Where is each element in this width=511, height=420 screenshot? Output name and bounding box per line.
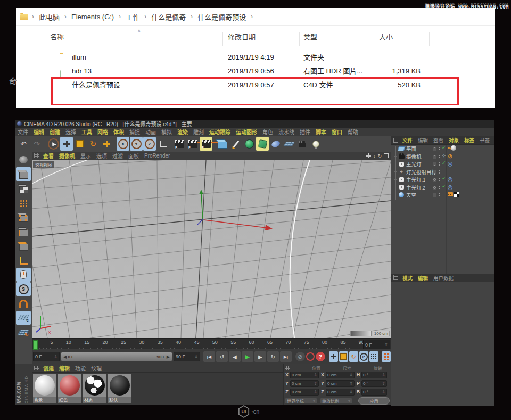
menu-item[interactable]: 捕捉 [127, 128, 143, 136]
target-tag-icon[interactable]: ◎ [448, 161, 453, 167]
menu-item[interactable]: 功能 [72, 364, 88, 372]
menu-item[interactable]: 雕刻 [191, 128, 207, 136]
menu-item[interactable]: 体积 [111, 128, 127, 136]
menu-item[interactable]: 创建 [47, 128, 63, 136]
object-row-main-light[interactable]: 主光灯 ✓ ◎ [391, 160, 494, 168]
menu-item[interactable]: 编辑 [56, 364, 72, 372]
rot-h-input[interactable]: 0 °⇕ [361, 372, 387, 378]
layer-chip[interactable] [433, 147, 436, 151]
object-row-main-light-2[interactable]: 主光灯.2 ✓ ◎ [391, 184, 494, 192]
object-row-light-target[interactable]: ⌖ 灯光投射目标 [391, 168, 494, 176]
target-tag-icon[interactable]: ◎ [448, 184, 453, 190]
panel-grid-icon[interactable] [393, 138, 398, 143]
points-mode-button[interactable] [16, 210, 31, 224]
panel-grid-icon[interactable] [34, 366, 39, 370]
file-row-illum[interactable]: illum 2019/1/19 4:19 文件夹 [16, 51, 495, 64]
layer-chip[interactable] [433, 170, 436, 174]
apply-button[interactable]: 应用 [358, 397, 390, 405]
menu-item[interactable]: 工具 [79, 128, 95, 136]
menu-item[interactable]: 模式 [400, 274, 415, 282]
panel-grid-icon[interactable] [285, 366, 290, 370]
menu-item[interactable]: 帮助 [345, 128, 361, 136]
target-tag-icon[interactable]: ◎ [448, 176, 453, 182]
c4d-titlebar[interactable]: CINEMA 4D R20.026 Studio (RC - R20) - [什… [15, 120, 494, 128]
render-settings-button[interactable] [200, 137, 212, 151]
object-row-sky[interactable]: 天空 [391, 191, 494, 199]
lock-z-axis-button[interactable]: Z [143, 137, 156, 151]
key-parameter-toggle[interactable]: P [359, 351, 368, 362]
menu-item[interactable]: 选择 [63, 128, 79, 136]
light-button[interactable] [309, 137, 322, 151]
pos-y-input[interactable]: 0 cm⇕ [290, 380, 319, 387]
lock-workplane-button[interactable]: ↻ [16, 325, 31, 339]
model-mode-button[interactable] [16, 167, 31, 181]
go-to-end-button[interactable]: ▶| [280, 351, 292, 362]
menu-item[interactable]: 过滤 [110, 152, 126, 160]
edges-mode-button[interactable] [16, 225, 31, 238]
object-row-camera[interactable]: 摄像机 ⊹ ⊘ [391, 153, 494, 161]
last-tool-button[interactable] [100, 137, 113, 151]
menu-item[interactable]: 模拟 [159, 128, 175, 136]
undo-button[interactable]: ↶ [17, 137, 30, 151]
menu-item[interactable]: 运动跟踪 [207, 128, 233, 136]
material-item-red[interactable]: 红色 [58, 374, 81, 403]
timeline-ruler[interactable]: 051015202530354045505560657075808590 0 F… [32, 338, 391, 350]
menu-item[interactable]: 脚本 [313, 128, 329, 136]
object-row-main-light-1[interactable]: 主光灯.1 ✓ ◎ [391, 176, 494, 184]
panel-grid-icon[interactable] [34, 153, 39, 158]
render-view-button[interactable] [173, 137, 186, 151]
object-row-plane[interactable]: 平面 ✓ [391, 145, 494, 153]
viewport-interaction-button[interactable] [16, 268, 31, 282]
move-tool-button[interactable] [60, 137, 73, 151]
go-to-start-button[interactable]: |◀ [203, 351, 215, 362]
breadcrumb-item[interactable]: 此电脑 [38, 12, 61, 22]
current-frame-spinner[interactable]: 0 F ⇕ [363, 340, 390, 350]
workplane-points-button[interactable] [16, 196, 31, 210]
enable-snap-button[interactable] [16, 297, 31, 310]
menu-item[interactable]: 网格 [95, 128, 111, 136]
menu-item[interactable]: 编辑 [415, 274, 431, 282]
menu-item[interactable]: 角色 [260, 128, 276, 136]
visibility-dots[interactable] [439, 186, 440, 187]
coord-system-dropdown[interactable]: 世界坐标▾ [285, 398, 317, 404]
record-objects-button[interactable]: ⊘ [295, 352, 305, 361]
breadcrumb-item[interactable]: 什么是佩奇预设 [196, 12, 247, 22]
end-frame-spinner[interactable]: 90 F ⇕ [174, 352, 200, 361]
column-divider[interactable] [299, 32, 300, 46]
enabled-check-icon[interactable]: ✓ [442, 145, 446, 150]
previous-frame-button[interactable]: ◀ [229, 351, 241, 362]
spinner-arrows-icon[interactable]: ⇕ [194, 355, 198, 359]
rot-p-input[interactable]: 0 °⇕ [361, 380, 387, 387]
visibility-dots[interactable] [439, 155, 440, 156]
menu-item[interactable]: 标签 [461, 136, 477, 144]
menu-item[interactable]: 渲染 [175, 128, 191, 136]
column-divider[interactable] [429, 32, 430, 46]
deformers-button[interactable] [256, 137, 269, 151]
environment-button[interactable] [269, 137, 282, 151]
menu-item[interactable]: 用户数据 [431, 274, 456, 282]
column-divider[interactable] [376, 32, 376, 46]
rot-b-input[interactable]: 0 °⇕ [361, 389, 387, 396]
loop-mode-button[interactable]: ↻ [267, 351, 279, 362]
dolly-view-icon[interactable]: ↕ [373, 153, 376, 159]
orbit-view-icon[interactable]: ↻ [377, 153, 382, 159]
menu-item[interactable]: ProRender [142, 153, 172, 159]
menu-item[interactable]: 动画 [143, 128, 159, 136]
polygons-mode-button[interactable] [16, 239, 31, 253]
menu-item[interactable]: 插件 [297, 128, 313, 136]
layer-chip[interactable] [433, 155, 436, 159]
pos-z-input[interactable]: 0 cm⇕ [290, 389, 319, 396]
visibility-dots[interactable] [439, 162, 440, 163]
generators-button[interactable] [243, 137, 256, 151]
pan-view-icon[interactable] [366, 153, 371, 158]
panel-grid-icon[interactable] [393, 275, 398, 280]
menu-item[interactable]: 窗口 [329, 128, 345, 136]
material-item-background[interactable]: 背景 [33, 374, 56, 403]
redo-button[interactable]: ↷ [30, 137, 43, 151]
material-tag-icon[interactable] [451, 145, 456, 151]
menu-item[interactable]: 编辑 [415, 136, 431, 144]
menu-item[interactable]: 摄像机 [56, 152, 78, 160]
phong-tag-icon[interactable] [448, 147, 450, 149]
visibility-dots[interactable] [439, 170, 440, 171]
render-to-picture-viewer-button[interactable] [186, 137, 199, 151]
